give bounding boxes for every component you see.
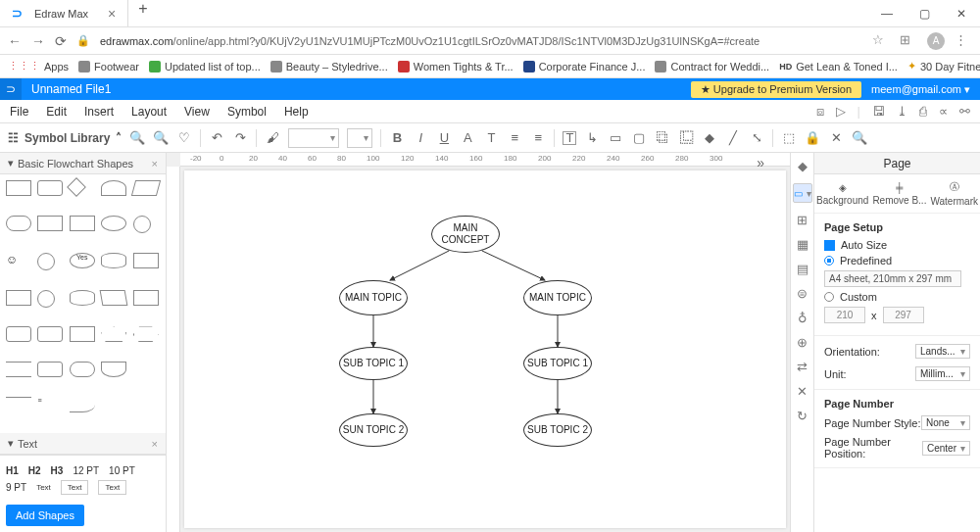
text-box[interactable]: Text	[61, 480, 89, 495]
menu-insert[interactable]: Insert	[84, 105, 114, 119]
shape-circle[interactable]	[133, 216, 151, 233]
undo-button[interactable]: ↶	[209, 130, 224, 146]
shape-data[interactable]	[133, 290, 159, 306]
history-icon[interactable]: ↻	[797, 409, 808, 423]
settings-icon[interactable]: ⇄	[797, 360, 808, 374]
text-sample[interactable]: Text	[36, 483, 51, 492]
tab-watermark[interactable]: ⒶWatermark	[930, 180, 978, 207]
shape-lines[interactable]	[6, 362, 31, 377]
custom-radio[interactable]	[824, 292, 834, 302]
orientation-select[interactable]: Lands...	[915, 344, 970, 359]
menu-symbol[interactable]: Symbol	[227, 105, 267, 119]
lock-button[interactable]: 🔒	[805, 130, 820, 146]
ungroup-button[interactable]: ⿺	[678, 130, 694, 146]
shape-rect[interactable]	[6, 180, 31, 196]
fill-button[interactable]: ◆	[702, 130, 717, 146]
favorite-icon[interactable]: ♡	[176, 130, 192, 146]
format-painter-icon[interactable]: 🖌	[265, 130, 280, 146]
symbol-library-button[interactable]: ☷ Symbol Library ˄	[8, 131, 122, 145]
shape-doc[interactable]	[6, 290, 31, 306]
bookmark-item[interactable]: Women Tights & Tr...	[398, 61, 514, 73]
crop-button[interactable]: ⬚	[781, 130, 797, 146]
bookmark-item[interactable]: Contract for Weddi...	[655, 61, 769, 73]
window-maximize-button[interactable]: ▢	[906, 0, 943, 27]
user-email[interactable]: meem@gmail.com ▾	[861, 83, 980, 96]
shape-process[interactable]	[37, 216, 63, 231]
star-icon[interactable]: ☆	[872, 32, 890, 50]
extension-icon[interactable]: ⊞	[900, 32, 917, 50]
plus-icon[interactable]: ⊕	[797, 335, 808, 350]
node-main-topic-left[interactable]: MAIN TOPIC	[339, 280, 408, 315]
page-settings-icon[interactable]: ▭	[793, 183, 812, 203]
node-main-concept[interactable]: MAIN CONCEPT	[431, 216, 500, 253]
bookmark-item[interactable]: HDGet Lean & Toned I...	[779, 61, 898, 73]
auto-size-checkbox[interactable]	[824, 240, 835, 251]
align-left-button[interactable]: ≡	[507, 130, 522, 146]
shape-database[interactable]	[70, 290, 95, 306]
shape-diamond[interactable]	[67, 177, 86, 197]
shape-roundrect[interactable]	[37, 180, 63, 196]
shape-note[interactable]: ≡	[37, 397, 63, 412]
zoom-in-icon[interactable]: 🔍	[129, 130, 145, 146]
save-icon[interactable]: 🖫	[872, 104, 885, 120]
shape-hexagon[interactable]	[133, 326, 159, 342]
shape-actor[interactable]: ☺	[6, 253, 31, 268]
arrow-style-button[interactable]: ⤡	[749, 130, 764, 146]
group-button[interactable]: ⿻	[655, 130, 670, 146]
share-icon[interactable]: ∝	[939, 104, 948, 120]
shape-predefined[interactable]	[70, 216, 95, 231]
bookmark-item[interactable]: Footwear	[78, 61, 139, 73]
file-name[interactable]: Unnamed File1	[22, 82, 121, 96]
bookmark-item[interactable]: Corporate Finance J...	[523, 61, 646, 73]
download-icon[interactable]: ⤓	[897, 104, 907, 120]
new-tab-button[interactable]: +	[128, 0, 157, 18]
width-field[interactable]	[824, 307, 865, 323]
bookmark-item[interactable]: Updated list of top...	[149, 61, 261, 73]
unit-select[interactable]: Millim...	[915, 366, 970, 381]
text-h3[interactable]: H3	[51, 465, 64, 476]
text-h2[interactable]: H2	[28, 465, 41, 476]
predefined-radio[interactable]	[824, 256, 834, 266]
tab-background[interactable]: ◈Background	[816, 182, 868, 206]
redo-button[interactable]: ↷	[232, 130, 248, 146]
align-center-button[interactable]: ≡	[530, 130, 546, 146]
text-h1[interactable]: H1	[6, 465, 19, 476]
expand-panel-icon[interactable]: »	[757, 155, 764, 170]
timer-icon[interactable]: ✕	[797, 384, 808, 399]
shape-arrow[interactable]	[6, 397, 31, 412]
shape-parallelogram[interactable]	[130, 180, 160, 196]
shape-curve[interactable]	[70, 397, 95, 412]
font-size-button[interactable]: T	[483, 130, 499, 146]
shape-connector[interactable]	[37, 290, 55, 308]
node-sub2-left[interactable]: SUN TOPIC 2	[339, 413, 408, 447]
play-icon[interactable]: ▷	[836, 104, 846, 120]
text-10pt[interactable]: 10 PT	[109, 465, 135, 476]
shape-display[interactable]	[101, 180, 126, 196]
shape-pill[interactable]	[70, 362, 95, 377]
nav-back-button[interactable]: ←	[8, 33, 22, 49]
shape-decision[interactable]: Yes	[70, 253, 95, 268]
tree-icon[interactable]: ♁	[798, 311, 808, 325]
menu-layout[interactable]: Layout	[131, 105, 167, 119]
rounded-tool-button[interactable]: ▢	[631, 130, 647, 146]
shape-ellipse[interactable]	[101, 216, 126, 231]
node-sub2-right[interactable]: SUB TOPIC 2	[523, 413, 592, 447]
font-color-button[interactable]: A	[460, 130, 475, 146]
bold-button[interactable]: B	[389, 130, 405, 146]
text-tool-button[interactable]: T	[563, 131, 576, 145]
line-button[interactable]: ╱	[725, 130, 741, 146]
underline-button[interactable]: U	[436, 130, 452, 146]
shape-shield[interactable]	[101, 362, 126, 377]
bookmark-item[interactable]: ✦30 Day Fitness Chal...	[907, 60, 980, 73]
browser-menu-icon[interactable]: ⋮	[955, 32, 972, 50]
nav-forward-button[interactable]: →	[31, 33, 45, 49]
paper-size-field[interactable]	[824, 270, 961, 287]
shapes-panel-header[interactable]: ▾Basic Flowchart Shapes×	[0, 153, 166, 174]
app-logo-icon[interactable]: ⊃	[0, 78, 22, 100]
node-sub1-right[interactable]: SUB TOPIC 1	[523, 347, 592, 380]
menu-file[interactable]: File	[10, 105, 28, 119]
menu-edit[interactable]: Edit	[46, 105, 67, 119]
shape-tag[interactable]	[37, 362, 63, 377]
layers-icon[interactable]: ⊞	[797, 213, 808, 227]
upgrade-button[interactable]: ★ Upgrade to Premium Version	[691, 81, 861, 98]
